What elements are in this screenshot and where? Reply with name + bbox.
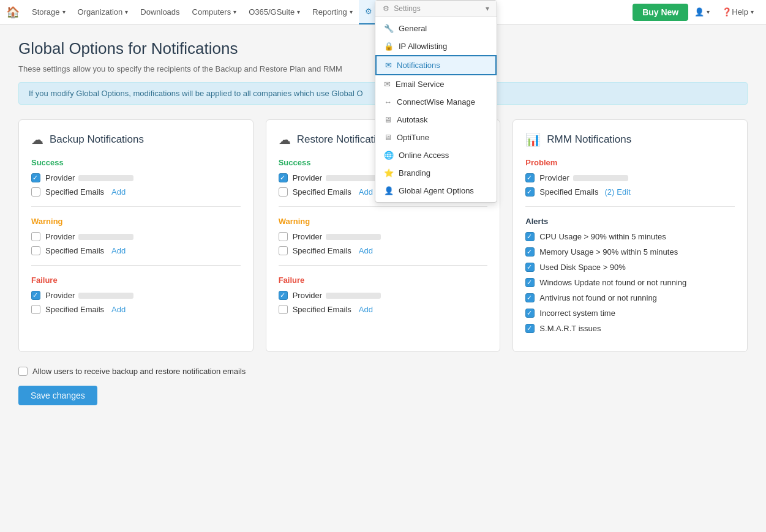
user-menu[interactable]: 👤 ▾ [688, 7, 716, 17]
rmm-problem-provider-checkbox[interactable] [525, 173, 535, 182]
allow-checkbox[interactable] [18, 367, 28, 376]
dropdown-item-optitune[interactable]: 🖥 OptiTune [375, 129, 497, 146]
restore-failure-specified-checkbox[interactable] [279, 305, 288, 314]
alert-row-0: CPU Usage > 90% within 5 minutes [525, 232, 735, 241]
connectwise-icon: ↔ [384, 97, 392, 107]
computers-arrow-icon: ▾ [233, 9, 236, 15]
restore-failure-provider-checkbox[interactable] [279, 291, 288, 300]
restore-warning-label: Warning [279, 217, 488, 226]
alert-row-1: Memory Usage > 90% within 5 minutes [525, 247, 735, 257]
backup-failure-specified-checkbox[interactable] [31, 305, 40, 314]
rmm-problem-specified-checkbox[interactable] [525, 187, 535, 197]
online-access-icon: 🌐 [384, 151, 394, 160]
dropdown-item-email-service[interactable]: ✉ Email Service [375, 75, 497, 93]
rmm-problem-edit-link[interactable]: Edit [617, 187, 630, 197]
org-arrow-icon: ▾ [125, 9, 128, 15]
backup-failure-provider-value [78, 293, 133, 299]
restore-success-divider [279, 206, 488, 207]
autotask-icon: 🖥 [384, 115, 392, 124]
optitune-icon: 🖥 [384, 133, 392, 142]
restore-success-add-link[interactable]: Add [359, 187, 373, 197]
help-menu[interactable]: ❓ Help ▾ [716, 7, 760, 17]
dropdown-item-connectwise[interactable]: ↔ ConnectWise Manage [375, 93, 497, 111]
nav-downloads[interactable]: Downloads [134, 0, 186, 24]
alert-2-checkbox[interactable] [525, 263, 535, 272]
dropdown-gear-icon: ⚙ [383, 4, 389, 13]
restore-failure-add-link[interactable]: Add [359, 305, 373, 314]
backup-warning-provider-value [78, 234, 133, 240]
lock-icon: 🔒 [384, 42, 394, 51]
dropdown-arrow-icon: ▾ [486, 4, 489, 13]
restore-warning-provider-value [326, 234, 381, 240]
alert-0-checkbox[interactable] [525, 232, 535, 241]
backup-failure-add-link[interactable]: Add [111, 305, 126, 314]
backup-failure-provider-checkbox[interactable] [31, 291, 40, 300]
save-button[interactable]: Save changes [18, 386, 97, 405]
bottom-options: Allow users to receive backup and restor… [18, 367, 748, 405]
alert-6-checkbox[interactable] [525, 324, 535, 333]
rmm-problem-specified-row: Specified Emails (2) Edit [525, 187, 735, 197]
user-arrow-icon: ▾ [707, 9, 710, 15]
alert-1-checkbox[interactable] [525, 247, 535, 257]
restore-success-provider-value [326, 175, 381, 181]
restore-success-provider-checkbox[interactable] [279, 173, 288, 182]
settings-icon: ⚙ [365, 7, 372, 16]
backup-success-provider-checkbox[interactable] [31, 173, 40, 182]
dropdown-item-autotask[interactable]: 🖥 Autotask [375, 111, 497, 129]
nav-reporting[interactable]: Reporting ▾ [306, 0, 358, 24]
restore-success-specified-checkbox[interactable] [279, 187, 288, 197]
restore-warning-add-link[interactable]: Add [359, 246, 373, 255]
nav-storage[interactable]: Storage ▾ [26, 0, 72, 24]
dropdown-item-global-agent[interactable]: 👤 Global Agent Options [375, 182, 497, 200]
backup-success-label: Success [31, 158, 241, 167]
home-icon[interactable]: 🏠 [6, 6, 20, 19]
alert-3-checkbox[interactable] [525, 278, 535, 287]
restore-failure-specified-row: Specified Emails Add [279, 305, 488, 314]
restore-warning-divider [279, 265, 488, 266]
buy-new-button[interactable]: Buy New [633, 4, 688, 21]
restore-failure-label: Failure [279, 275, 488, 285]
rmm-problem-provider-row: Provider [525, 173, 735, 182]
nav-o365[interactable]: O365/GSuite ▾ [242, 0, 306, 24]
dropdown-item-general[interactable]: 🔧 General [375, 20, 497, 37]
email-service-icon: ✉ [384, 80, 391, 89]
rmm-problem-provider-value [573, 175, 628, 181]
notifications-icon: ✉ [385, 61, 392, 70]
restore-warning-specified-checkbox[interactable] [279, 246, 288, 255]
backup-warning-provider-checkbox[interactable] [31, 232, 40, 241]
backup-success-specified-checkbox[interactable] [31, 187, 40, 197]
restore-warning-provider-checkbox[interactable] [279, 232, 288, 241]
rmm-card-title: 📊 RMM Notifications [525, 132, 735, 147]
backup-failure-specified-row: Specified Emails Add [31, 305, 241, 314]
backup-success-add-link[interactable]: Add [111, 187, 126, 197]
alert-4-checkbox[interactable] [525, 293, 535, 302]
restore-warning-provider-row: Provider [279, 232, 488, 241]
dropdown-item-notifications[interactable]: ✉ Notifications [375, 55, 497, 75]
alert-row-4: Antivirus not found or not running [525, 293, 735, 302]
restore-failure-provider-row: Provider [279, 291, 488, 300]
rmm-problem-label: Problem [525, 158, 735, 167]
backup-failure-label: Failure [31, 275, 241, 285]
backup-warning-specified-checkbox[interactable] [31, 246, 40, 255]
nav-computers[interactable]: Computers ▾ [186, 0, 243, 24]
rmm-divider [525, 206, 735, 207]
o365-arrow-icon: ▾ [297, 9, 300, 15]
backup-failure-provider-row: Provider [31, 291, 241, 300]
backup-success-provider-row: Provider [31, 173, 241, 182]
backup-cloud-icon: ☁ [31, 132, 43, 147]
alert-5-checkbox[interactable] [525, 309, 535, 318]
nav-organization[interactable]: Organization ▾ [72, 0, 135, 24]
rmm-alerts-label: Alerts [525, 217, 735, 226]
top-nav: 🏠 Storage ▾ Organization ▾ Downloads Com… [0, 0, 766, 24]
dropdown-item-ip[interactable]: 🔒 IP Allowlisting [375, 37, 497, 55]
backup-card-title: ☁ Backup Notifications [31, 132, 241, 147]
dropdown-item-branding[interactable]: ⭐ Branding [375, 164, 497, 182]
rmm-chart-icon: 📊 [525, 132, 541, 147]
dropdown-item-online-access[interactable]: 🌐 Online Access [375, 146, 497, 164]
backup-warning-add-link[interactable]: Add [111, 246, 126, 255]
backup-warning-divider [31, 265, 241, 266]
backup-warning-provider-row: Provider [31, 232, 241, 241]
alert-row-5: Incorrect system time [525, 309, 735, 318]
backup-card: ☁ Backup Notifications Success Provider … [18, 119, 253, 352]
settings-dropdown-header: ⚙ Settings ▾ [375, 1, 497, 17]
